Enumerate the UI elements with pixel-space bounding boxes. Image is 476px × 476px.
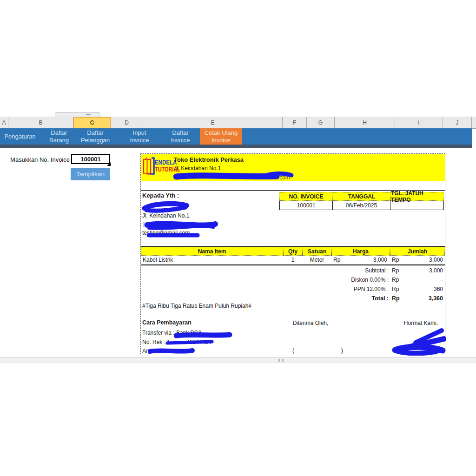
total-label: Total :: [294, 295, 389, 302]
redaction-scribble-phone: [145, 219, 219, 231]
nav-label: Barang: [49, 137, 69, 144]
cell-corner-handle: [107, 162, 111, 166]
item-header-harga: Harga: [331, 247, 390, 256]
item-harga-value: 3,000: [341, 257, 387, 263]
invoice-number-label: Masukkan No. Invoice: [4, 156, 70, 163]
diskon-label: Diskon 0.00% :: [294, 277, 389, 283]
invoice-print-area: ENDELA TUTORIAL Toko Elektronik Perkasa …: [140, 153, 445, 354]
subtotal-label: Subtotal :: [294, 267, 389, 274]
horizontal-scrollbar[interactable]: [0, 357, 476, 363]
recipient-label: Kepada Yth :: [142, 192, 179, 199]
regards-label: Hormat Kami,: [397, 320, 445, 326]
payment-method-title: Cara Pembayaran: [142, 319, 192, 326]
received-by-label: Diterima Oleh,: [292, 320, 329, 326]
nav-label: Invoice: [212, 137, 231, 144]
jendela-tutorial-logo: ENDELA TUTORIAL: [143, 156, 172, 179]
invoice-meta-table: NO. INVOICE TANGGAL TGL. JATUH TEMPO 100…: [279, 192, 444, 210]
column-header-e[interactable]: E: [143, 117, 283, 128]
received-signature-open-paren: (: [292, 347, 294, 354]
nav-daftar-invoice-button[interactable]: Daftar Invoice: [163, 128, 198, 145]
signature-scribble: [389, 327, 446, 356]
ppn-value: 360: [397, 286, 443, 292]
subtotal-value: 3,000: [397, 267, 443, 274]
invoice-number-input[interactable]: 100001: [71, 154, 110, 164]
nav-daftar-barang-button[interactable]: Daftar Barang: [44, 128, 74, 145]
meta-value-no-invoice: 100001: [280, 201, 333, 210]
column-header-d[interactable]: D: [111, 117, 143, 128]
ppn-row: PPN 12.00% : Rp 360: [141, 284, 445, 293]
nav-label: Pelanggan: [81, 137, 110, 144]
subtotal-row: Subtotal : Rp 3,000: [141, 265, 445, 275]
redaction-scribble-email: [146, 232, 200, 238]
tampilkan-button[interactable]: Tampilkan: [71, 168, 110, 180]
diskon-value: -: [397, 277, 443, 283]
nav-label: Daftar: [87, 129, 103, 137]
column-header-a[interactable]: A: [0, 117, 8, 128]
item-header-qty: Qty: [283, 247, 303, 256]
column-header-b[interactable]: B: [8, 117, 73, 128]
item-jumlah-value: 3,000: [397, 257, 443, 263]
transfer-label: Transfer via :: [142, 330, 176, 336]
redaction-scribble-rek: [165, 339, 215, 345]
nav-input-invoice-button[interactable]: Input Invoice: [122, 128, 157, 145]
item-satuan: Meter: [303, 257, 331, 263]
item-row: Kabel Listrik 1 Meter Rp 3,000 Rp 3,000: [141, 255, 445, 265]
received-signature-close-paren: ): [341, 347, 343, 354]
nav-daftar-pelanggan-button[interactable]: Daftar Pelanggan: [75, 128, 115, 145]
column-header-partial: [472, 117, 476, 128]
item-qty: 1: [283, 257, 303, 263]
excel-invoice-app: A B C D E F G H I J Pengaturan Daftar Ba…: [0, 0, 476, 476]
meta-header-jatuh-tempo: TGL. JATUH TEMPO: [390, 192, 444, 201]
item-table-header: Nama Item Qty Satuan Harga Jumlah: [141, 246, 445, 256]
column-header-f[interactable]: F: [283, 117, 307, 128]
column-header-g[interactable]: G: [307, 117, 335, 128]
column-header-i[interactable]: I: [395, 117, 443, 128]
diskon-row: Diskon 0.00% : Rp -: [141, 275, 445, 284]
ribbon-bottom-strip: [0, 145, 472, 148]
redaction-scribble-bank: [174, 331, 232, 339]
nav-label: Daftar: [51, 129, 67, 137]
nav-label: Pengaturan: [4, 133, 35, 140]
column-header-row: A B C D E F G H I J: [0, 117, 476, 129]
scrollbar-grip[interactable]: [278, 359, 284, 362]
column-header-c-selected[interactable]: C: [73, 117, 111, 128]
meta-header-tanggal: TANGGAL: [333, 192, 390, 201]
nav-label: Daftar: [172, 129, 188, 137]
redaction-scribble-an: [148, 347, 195, 354]
sheet-right-edge: [472, 117, 472, 148]
column-header-h[interactable]: H: [335, 117, 395, 128]
item-harga-currency: Rp: [333, 257, 340, 263]
nav-label: Cetak Ulang: [205, 129, 238, 137]
nav-cetak-ulang-invoice-button-active[interactable]: Cetak Ulang Invoice: [200, 128, 242, 145]
item-header-jumlah: Jumlah: [390, 247, 445, 256]
nav-pengaturan-button[interactable]: Pengaturan: [2, 128, 38, 145]
nav-label: Invoice: [171, 137, 190, 144]
window-logo-icon: [143, 156, 155, 177]
customer-address: Jl. Keindahan No.1: [142, 212, 189, 219]
company-name: Toko Elektronik Perkasa: [174, 156, 244, 163]
total-row: Total : Rp 3,360: [141, 293, 445, 303]
redaction-scribble-customer-name: [141, 200, 191, 213]
meta-header-no-invoice: NO. INVOICE: [279, 192, 333, 201]
ppn-label: PPN 12.00% :: [294, 286, 389, 292]
redaction-scribble-contact: [173, 171, 295, 181]
total-value: 3,360: [397, 295, 443, 302]
macro-nav-ribbon: Pengaturan Daftar Barang Daftar Pelangga…: [0, 128, 472, 145]
nav-label: Invoice: [130, 137, 149, 144]
item-name: Kabel Listrik: [143, 257, 173, 263]
scroll-grip-dash: [86, 114, 91, 115]
amount-in-words: #Tiga Ribu Tiga Ratus Enam Puluh Rupiah#: [142, 303, 251, 309]
item-header-nama: Nama Item: [141, 247, 283, 256]
meta-value-tanggal: 06/Feb/2025: [333, 201, 390, 210]
item-header-satuan: Satuan: [303, 247, 331, 256]
meta-value-jatuh-tempo: [390, 201, 443, 210]
nav-label: Input: [133, 129, 146, 137]
column-header-j[interactable]: J: [443, 117, 472, 128]
